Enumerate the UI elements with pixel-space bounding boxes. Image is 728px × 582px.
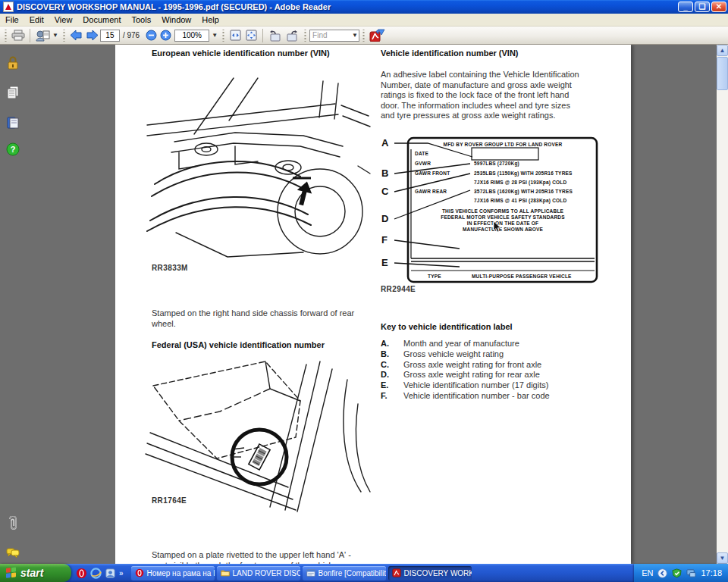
print-button[interactable]: [10, 28, 27, 43]
menu-tools[interactable]: Tools: [127, 14, 157, 25]
label-gawr-rear-rims: 7JX16 RIMS @ 41 PSI (283Kpa) COLD: [474, 198, 566, 203]
mouse-cursor: [493, 221, 502, 233]
system-tray: EN 17:18: [634, 564, 728, 582]
marker-d: D: [381, 213, 388, 224]
close-button[interactable]: ✕: [711, 2, 726, 12]
key-item-d: D.Gross axle weight rating for rear axle: [381, 370, 631, 380]
vin-label-diagram: A B C D F E MFD BY ROVER GROUP LTD FOR L…: [381, 136, 601, 287]
menu-file[interactable]: File: [0, 14, 24, 25]
zoom-out-icon: [146, 30, 157, 41]
quicklaunch-overflow-chevron[interactable]: »: [119, 569, 124, 577]
acrobat-convert-icon: [369, 29, 386, 42]
label-gvwr-value: 5997LBS (2720Kg): [474, 161, 519, 166]
fit-width-button[interactable]: [228, 28, 243, 43]
network-monitor-icon[interactable]: [686, 568, 696, 578]
taskbar-item-bonfire[interactable]: Bonfire [Compatibility...: [303, 566, 386, 580]
toolbar-grab-handle: [62, 30, 66, 42]
label-conform-3: IN EFFECT ON THE DATE OF: [408, 221, 598, 226]
label-gawr-front-value: 2535LBS (1150Kg) WITH 205R16 TYRES: [474, 171, 573, 176]
pdf-task-icon: [392, 568, 401, 577]
zoom-level-select[interactable]: 100% ▼: [173, 28, 219, 43]
label-mfd: MFD BY ROVER GROUP LTD FOR LAND ROVER: [408, 142, 598, 147]
task-buttons: Номер на рама на LR... LAND ROVER DISCOV…: [131, 566, 472, 580]
zoom-out-button[interactable]: [144, 28, 158, 43]
label-gawr-front-rims: 7JX16 RIMS @ 28 PSI (193Kpa) COLD: [474, 180, 566, 185]
taskbar-item-opera[interactable]: Номер на рама на LR...: [131, 566, 215, 580]
comments-panel-icon[interactable]: [5, 545, 20, 560]
marker-e: E: [381, 257, 388, 268]
opera-quicklaunch-icon[interactable]: [76, 568, 87, 579]
convert-to-pdf-button[interactable]: [368, 28, 388, 43]
label-conform-1: THIS VEHICLE CONFORMS TO ALL APPLICABLE: [408, 208, 598, 214]
restore-button[interactable]: ❏: [695, 2, 710, 12]
previous-view-button[interactable]: [266, 28, 284, 43]
next-view-button[interactable]: [284, 28, 301, 43]
language-indicator[interactable]: EN: [642, 568, 653, 577]
toolbar-grab-handle: [221, 30, 225, 42]
arrow-right-icon: [86, 30, 99, 41]
label-gawr-rear: GAWR REAR: [415, 189, 447, 194]
pdf-page: European vehicle identification number (…: [115, 45, 631, 564]
page-number-input[interactable]: [100, 30, 120, 42]
toolbar-grab-handle: [4, 30, 8, 42]
toolbar-separator: [30, 29, 30, 42]
menu-help[interactable]: Help: [196, 14, 224, 25]
minimize-button[interactable]: _: [678, 2, 693, 12]
menu-edit[interactable]: Edit: [24, 14, 49, 25]
email-dropdown-arrow[interactable]: ▼: [52, 32, 58, 39]
attachments-panel-icon[interactable]: [5, 516, 20, 531]
taskbar-item-explorer-folder[interactable]: LAND ROVER DISCOV...: [217, 566, 300, 580]
task-label: DISCOVERY WORKSH...: [404, 569, 472, 577]
task-label: Номер на рама на LR...: [147, 569, 215, 577]
zoom-in-icon: [160, 30, 171, 41]
security-shield-icon[interactable]: [672, 568, 682, 578]
next-page-button[interactable]: [84, 28, 100, 43]
hide-icons-chevron[interactable]: [657, 568, 667, 578]
menu-view[interactable]: View: [49, 14, 78, 25]
scrollbar-thumb[interactable]: [717, 57, 728, 90]
key-item-e: E.Vehicle identification number (17 digi…: [381, 380, 631, 391]
label-conform-4: MANUFACTURE SHOWN ABOVE: [408, 227, 598, 232]
label-gvwr: GVWR: [415, 161, 431, 166]
bonfire-app-icon: [306, 568, 315, 577]
scroll-up-button[interactable]: ▲: [717, 45, 728, 56]
security-lock-icon[interactable]: [5, 55, 20, 70]
heading-european-vin: European vehicle identification number (…: [152, 48, 330, 58]
zoom-in-button[interactable]: [158, 28, 173, 43]
document-workspace: ? European vehicle identification number…: [0, 45, 728, 564]
menu-document[interactable]: Document: [77, 14, 126, 25]
find-dropdown-arrow[interactable]: ▼: [352, 32, 358, 39]
find-input[interactable]: [310, 31, 350, 39]
label-gawr-front: GAWR FRONT: [415, 171, 450, 176]
quick-launch: »: [71, 568, 128, 579]
svg-text:?: ?: [11, 145, 16, 154]
windows-logo-icon: [6, 567, 17, 578]
opera-task-icon: [135, 568, 144, 577]
fit-page-button[interactable]: [243, 28, 259, 43]
key-item-b: B.Gross vehicle weight rating: [381, 349, 631, 360]
start-button[interactable]: start: [0, 564, 71, 582]
fit-width-icon: [229, 30, 242, 41]
task-label: Bonfire [Compatibility...: [318, 569, 386, 577]
internet-explorer-icon[interactable]: [90, 568, 102, 579]
vertical-scrollbar[interactable]: ▲ ▼: [717, 45, 728, 564]
label-conform-2: FEDERAL MOTOR VEHICLE SAFETY STANDARDS: [408, 214, 598, 220]
zoom-dropdown-arrow[interactable]: ▼: [212, 32, 218, 39]
find-field[interactable]: ▼: [309, 30, 359, 42]
pages-panel-icon[interactable]: [5, 85, 20, 100]
toolbar-grab-handle: [303, 30, 307, 42]
messenger-icon[interactable]: [105, 568, 116, 579]
help-icon[interactable]: ?: [5, 142, 20, 157]
taskbar-clock[interactable]: 17:18: [701, 568, 722, 577]
scroll-down-button[interactable]: ▼: [717, 552, 728, 564]
menu-window[interactable]: Window: [156, 14, 196, 25]
marker-c: C: [381, 186, 388, 197]
window-title: DISCOVERY WORKSHOP MANUAL - 1995-1996.pd…: [17, 2, 676, 11]
heading-federal-vin: Federal (USA) vehicle identification num…: [152, 340, 325, 349]
heading-vin: Vehicle identification number (VIN): [381, 48, 519, 58]
bookmarks-panel-icon[interactable]: [5, 115, 20, 130]
email-button[interactable]: ▼: [33, 28, 60, 43]
taskbar-item-adobe-reader-active[interactable]: DISCOVERY WORKSH...: [388, 566, 472, 580]
email-icon: [35, 30, 50, 42]
previous-page-button[interactable]: [68, 28, 84, 43]
